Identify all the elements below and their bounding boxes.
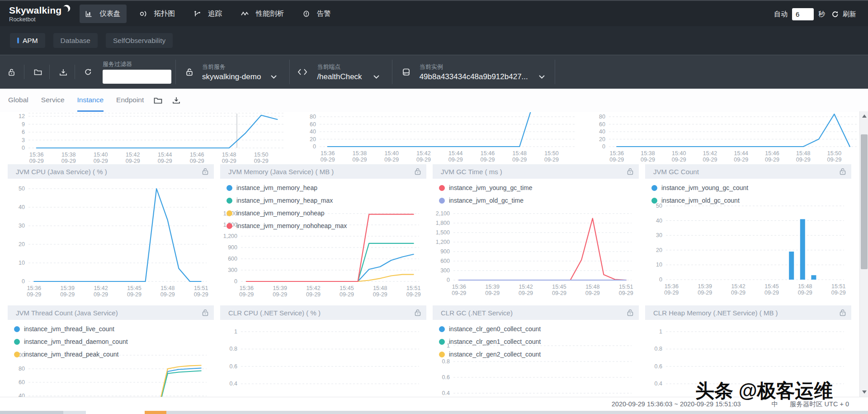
context-tab-selfobservability[interactable]: SelfObservability bbox=[106, 33, 173, 48]
folder-icon[interactable] bbox=[154, 89, 162, 112]
view-tab-label: Service bbox=[41, 96, 65, 104]
svg-text:1: 1 bbox=[234, 328, 237, 335]
download-icon[interactable] bbox=[59, 68, 67, 76]
lock-icon[interactable] bbox=[202, 168, 208, 177]
lock-icon[interactable] bbox=[840, 309, 846, 318]
svg-text:0: 0 bbox=[22, 278, 25, 285]
legend-item[interactable]: instance_jvm_memory_nohoheap_max bbox=[226, 219, 347, 232]
nav-item-label: 追踪 bbox=[208, 9, 222, 19]
legend-item[interactable]: instance_jvm_memory_heap bbox=[226, 181, 347, 194]
legend-label: instance_clr_gen1_collect_count bbox=[449, 338, 541, 345]
legend-item[interactable]: instance_jvm_memory_noheap bbox=[226, 207, 347, 219]
view-tab-instance[interactable]: Instance bbox=[77, 89, 104, 112]
current-instance-select[interactable]: 当前实例 49b8a433434c48a9b912b427... bbox=[420, 63, 545, 81]
profile-icon bbox=[241, 11, 252, 17]
legend-item[interactable]: instance_jvm_young_gc_time bbox=[439, 181, 532, 194]
legend-item[interactable]: instance_jvm_thread_peak_count bbox=[14, 348, 128, 361]
lock-icon[interactable] bbox=[627, 168, 633, 177]
legend-dot bbox=[651, 185, 657, 191]
chart-legend: instance_jvm_young_gc_timeinstance_jvm_o… bbox=[439, 181, 532, 207]
auto-refresh-seconds-input[interactable] bbox=[792, 8, 814, 20]
legend-item[interactable]: instance_jvm_old_gc_count bbox=[651, 194, 748, 207]
bottom-strip bbox=[0, 411, 868, 414]
scroll-thumb[interactable] bbox=[861, 134, 868, 269]
legend-item[interactable]: instance_jvm_thread_live_count bbox=[14, 323, 128, 335]
svg-text:6: 6 bbox=[22, 129, 25, 135]
chart-legend: instance_jvm_young_gc_countinstance_jvm_… bbox=[651, 181, 748, 207]
svg-text:15:42: 15:42 bbox=[731, 283, 745, 290]
lock-icon[interactable] bbox=[8, 68, 15, 76]
view-tabs: GlobalServiceInstanceEndpoint bbox=[0, 89, 868, 112]
lock-icon[interactable] bbox=[627, 309, 633, 318]
svg-text:0.8: 0.8 bbox=[230, 346, 237, 352]
legend-item[interactable]: instance_jvm_thread_daemon_count bbox=[14, 335, 128, 348]
context-tab-apm[interactable]: APM bbox=[10, 33, 45, 48]
svg-text:09-29: 09-29 bbox=[734, 157, 748, 163]
current-service-select[interactable]: 当前服务 skywalking-demo bbox=[202, 63, 277, 81]
svg-text:9: 9 bbox=[22, 121, 25, 128]
svg-text:09-29: 09-29 bbox=[239, 291, 254, 298]
lock-icon[interactable] bbox=[202, 309, 208, 318]
refresh-icon[interactable] bbox=[831, 10, 839, 18]
svg-text:09-29: 09-29 bbox=[61, 158, 76, 164]
watermark: 头条 @极客运维 bbox=[695, 378, 833, 404]
download-icon[interactable] bbox=[172, 89, 180, 112]
nav-item-4[interactable]: 告警 bbox=[297, 5, 337, 23]
view-tab-global[interactable]: Global bbox=[8, 89, 28, 112]
nav-item-0[interactable]: 仪表盘 bbox=[80, 5, 127, 23]
svg-text:09-29: 09-29 bbox=[519, 290, 533, 296]
svg-text:15:42: 15:42 bbox=[306, 285, 320, 291]
current-endpoint-value: /healthCheck bbox=[317, 72, 362, 81]
svg-text:1,200: 1,200 bbox=[436, 239, 450, 245]
nav-item-3[interactable]: 性能剖析 bbox=[235, 5, 290, 23]
scroll-up-arrow[interactable] bbox=[862, 114, 867, 118]
view-tab-service[interactable]: Service bbox=[41, 89, 65, 112]
svg-text:0.6: 0.6 bbox=[442, 374, 450, 381]
refresh-button[interactable]: 刷新 bbox=[843, 10, 856, 19]
svg-text:15:40: 15:40 bbox=[672, 150, 686, 157]
legend-dot bbox=[14, 352, 20, 357]
legend-item[interactable]: instance_jvm_old_gc_time bbox=[439, 194, 532, 207]
lock-icon[interactable] bbox=[840, 168, 846, 177]
svg-text:40: 40 bbox=[656, 218, 662, 224]
scroll-down-arrow[interactable] bbox=[862, 390, 867, 394]
svg-text:09-29: 09-29 bbox=[222, 158, 236, 164]
app-logo[interactable]: Skywalking Rocketbot bbox=[9, 5, 71, 23]
svg-text:600: 600 bbox=[228, 256, 237, 262]
legend-item[interactable]: instance_jvm_memory_heap_max bbox=[226, 194, 347, 207]
current-endpoint-select[interactable]: 当前端点 /healthCheck bbox=[317, 63, 379, 81]
active-pill bbox=[17, 38, 19, 43]
svg-text:300: 300 bbox=[440, 267, 450, 274]
svg-text:09-29: 09-29 bbox=[609, 157, 624, 163]
view-tab-endpoint[interactable]: Endpoint bbox=[116, 89, 144, 112]
legend-item[interactable]: instance_clr_gen0_collect_count bbox=[439, 323, 541, 335]
legend-label: instance_jvm_old_gc_count bbox=[661, 197, 740, 204]
svg-text:09-29: 09-29 bbox=[254, 158, 269, 164]
legend-item[interactable]: instance_jvm_young_gc_count bbox=[651, 181, 748, 194]
context-tab-database[interactable]: Database bbox=[53, 33, 98, 48]
svg-text:15:48: 15:48 bbox=[798, 283, 812, 290]
nav-item-2[interactable]: 追踪 bbox=[188, 5, 228, 23]
svg-text:15:51: 15:51 bbox=[194, 285, 208, 291]
lock-icon[interactable] bbox=[415, 168, 421, 177]
svg-text:15:39: 15:39 bbox=[273, 285, 287, 291]
svg-text:15:46: 15:46 bbox=[190, 152, 204, 158]
svg-text:09-29: 09-29 bbox=[406, 291, 421, 298]
vertical-scrollbar[interactable] bbox=[859, 111, 868, 397]
topology-icon bbox=[140, 10, 151, 17]
svg-text:09-29: 09-29 bbox=[641, 157, 655, 163]
nav-item-1[interactable]: 拓扑图 bbox=[134, 5, 181, 23]
refresh-icon[interactable] bbox=[84, 68, 92, 76]
svg-text:09-29: 09-29 bbox=[765, 157, 779, 163]
svg-text:09-29: 09-29 bbox=[798, 290, 812, 296]
service-filter-input[interactable] bbox=[103, 70, 171, 84]
legend-item[interactable]: instance_clr_gen2_collect_count bbox=[439, 348, 541, 361]
folder-icon[interactable] bbox=[34, 68, 42, 76]
svg-text:1,200: 1,200 bbox=[223, 233, 237, 239]
auto-refresh-label[interactable]: 自动 bbox=[774, 10, 788, 19]
svg-text:0: 0 bbox=[22, 145, 25, 151]
lock-icon[interactable] bbox=[415, 309, 421, 318]
legend-item[interactable]: instance_clr_gen1_collect_count bbox=[439, 335, 541, 348]
lock-icon[interactable] bbox=[186, 68, 193, 76]
svg-text:15:36: 15:36 bbox=[27, 285, 41, 291]
